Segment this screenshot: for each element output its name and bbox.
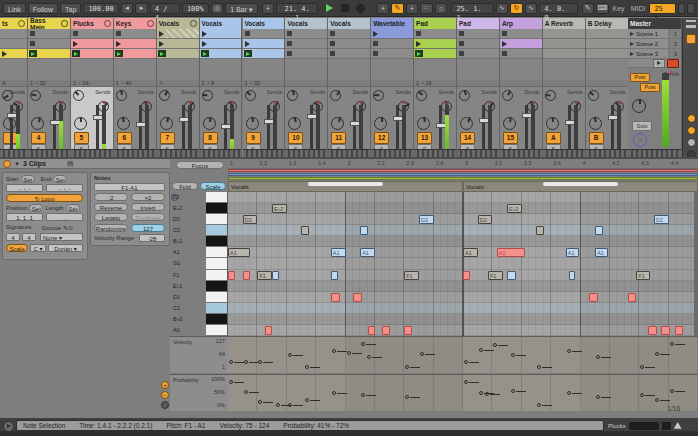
show-returns-toggle[interactable] bbox=[687, 138, 696, 147]
add-lane-button[interactable]: + bbox=[161, 381, 169, 389]
clip-slot[interactable] bbox=[28, 49, 70, 59]
grid-resolution-label[interactable]: 1/16 bbox=[640, 405, 680, 412]
velocity-marker[interactable] bbox=[361, 342, 365, 346]
randomize-button[interactable]: Randomize bbox=[94, 224, 128, 232]
send-a-knob[interactable] bbox=[30, 90, 41, 101]
clip-slot[interactable] bbox=[285, 29, 327, 39]
clip-slot[interactable] bbox=[328, 29, 370, 39]
tempo-field[interactable]: 100.00 bbox=[83, 3, 118, 14]
loop-start-field[interactable]: 25. 1. 1 bbox=[451, 3, 493, 14]
clip-slot[interactable] bbox=[543, 39, 585, 49]
send-a-knob[interactable] bbox=[116, 90, 127, 101]
midi-note[interactable]: D2 bbox=[654, 215, 669, 224]
groove-amount-field[interactable]: 100% bbox=[182, 3, 209, 14]
cue-headphone-button[interactable]: ♪ bbox=[633, 133, 647, 147]
position-value-field[interactable]: 1. 1. 1 bbox=[6, 213, 43, 221]
clip-lane-header[interactable]: Vocals bbox=[463, 181, 698, 192]
probability-marker[interactable] bbox=[258, 400, 262, 404]
clip-slot[interactable] bbox=[586, 39, 628, 49]
pan-knob[interactable] bbox=[160, 117, 173, 130]
midi-note-grid[interactable]: D2E♭2D2A1A1A1F1F1D2E♭2D2A1A1A1A1F1F1 bbox=[228, 192, 698, 336]
clip-loop-bar[interactable] bbox=[228, 169, 698, 172]
clip-slot[interactable] bbox=[457, 39, 499, 49]
track-header[interactable]: Bass Main bbox=[28, 18, 70, 29]
invert-button[interactable]: Invert bbox=[131, 203, 165, 211]
pan-knob[interactable] bbox=[331, 117, 344, 130]
clip-slot[interactable] bbox=[414, 49, 456, 59]
midi-note[interactable] bbox=[243, 271, 250, 280]
clip-slot[interactable] bbox=[500, 49, 542, 59]
send-a-knob[interactable] bbox=[287, 90, 298, 101]
track-number-button[interactable]: 9 bbox=[246, 132, 261, 144]
midi-note[interactable]: A1 bbox=[595, 248, 608, 257]
probability-marker[interactable] bbox=[276, 403, 280, 407]
velocity-marker[interactable] bbox=[640, 365, 644, 369]
velocity-marker[interactable] bbox=[567, 349, 571, 353]
probability-marker[interactable] bbox=[640, 393, 644, 397]
length-value-field[interactable]: . . . bbox=[46, 213, 83, 221]
pan-knob[interactable] bbox=[246, 117, 259, 130]
loop-button[interactable]: ↻ Loop bbox=[6, 194, 83, 202]
send-a-knob[interactable] bbox=[459, 90, 470, 101]
midi-note[interactable] bbox=[589, 293, 598, 302]
clip-slot[interactable] bbox=[586, 49, 628, 59]
midi-note[interactable]: F1 bbox=[404, 271, 419, 280]
clip-lane-header[interactable]: Vocals bbox=[228, 181, 463, 192]
cpu-meter[interactable]: 25 % bbox=[649, 3, 675, 14]
clip-slot[interactable] bbox=[200, 29, 242, 39]
pan-knob[interactable] bbox=[589, 117, 602, 130]
legato-button[interactable]: Legato bbox=[94, 213, 128, 221]
track-header[interactable]: ts bbox=[0, 18, 27, 29]
midi-note[interactable]: F1 bbox=[636, 271, 649, 280]
track-header[interactable]: Pad bbox=[414, 18, 456, 29]
velocity-marker[interactable] bbox=[244, 360, 248, 364]
automation-arm-button[interactable]: ✎ bbox=[391, 3, 404, 14]
piano-key[interactable] bbox=[206, 225, 228, 236]
pan-knob[interactable] bbox=[460, 117, 473, 130]
velocity-marker[interactable] bbox=[596, 355, 600, 359]
track-number-button[interactable]: 6 bbox=[117, 132, 132, 144]
track-number-button[interactable]: 10 bbox=[288, 132, 303, 144]
midi-note[interactable] bbox=[331, 271, 338, 280]
clip-slot[interactable] bbox=[328, 39, 370, 49]
clip-slot[interactable] bbox=[243, 49, 285, 59]
clip-slot[interactable] bbox=[157, 39, 199, 49]
clip-slot[interactable] bbox=[328, 49, 370, 59]
clip-slot[interactable] bbox=[371, 49, 413, 59]
overdub-button[interactable]: + bbox=[377, 3, 390, 14]
velocity-marker[interactable] bbox=[305, 365, 309, 369]
groove-select[interactable]: None ▾ bbox=[40, 233, 83, 241]
track-number-button[interactable]: 13 bbox=[417, 132, 432, 144]
track-header[interactable]: Vocals bbox=[243, 18, 285, 29]
show-io-toggle[interactable] bbox=[687, 114, 696, 123]
piano-key[interactable] bbox=[206, 214, 228, 225]
send-a-knob[interactable] bbox=[2, 90, 13, 101]
master-solo-button[interactable]: Solo bbox=[632, 121, 652, 131]
key-map-label[interactable]: Key bbox=[611, 5, 627, 12]
stop-button[interactable] bbox=[341, 4, 349, 12]
clip-slot[interactable] bbox=[414, 29, 456, 39]
fold-button[interactable]: Fold bbox=[172, 182, 198, 190]
computer-midi-keyboard-button[interactable]: ⌨ bbox=[596, 3, 609, 14]
probability-marker[interactable] bbox=[537, 403, 541, 407]
scene-row[interactable]: Scene 3 bbox=[628, 49, 668, 59]
midi-note[interactable]: D2 bbox=[243, 215, 258, 224]
send-a-knob[interactable] bbox=[159, 90, 170, 101]
pan-knob[interactable] bbox=[374, 117, 387, 130]
midi-note[interactable] bbox=[648, 326, 657, 335]
tap-tempo-button[interactable]: Tap bbox=[60, 3, 81, 14]
nudge-up-button[interactable]: ▸ bbox=[135, 3, 148, 14]
midi-note[interactable]: A1 bbox=[331, 248, 346, 257]
quantization-menu[interactable]: 1 Bar ▾ bbox=[225, 3, 257, 14]
time-signature-field[interactable]: 4 / 4 bbox=[150, 3, 180, 14]
re-enable-automation-button[interactable]: + bbox=[406, 3, 419, 14]
set-end-button[interactable]: Set bbox=[53, 175, 67, 183]
piano-key[interactable] bbox=[206, 270, 228, 281]
signature-numerator-field[interactable]: 4 bbox=[6, 233, 20, 241]
velocity-marker[interactable] bbox=[670, 342, 674, 346]
probability-marker[interactable] bbox=[485, 392, 489, 396]
set-position-button-clip[interactable]: Set bbox=[29, 204, 43, 212]
remove-lane-button[interactable]: − bbox=[161, 391, 169, 399]
probability-marker[interactable] bbox=[511, 389, 515, 393]
clip-slot[interactable] bbox=[285, 39, 327, 49]
